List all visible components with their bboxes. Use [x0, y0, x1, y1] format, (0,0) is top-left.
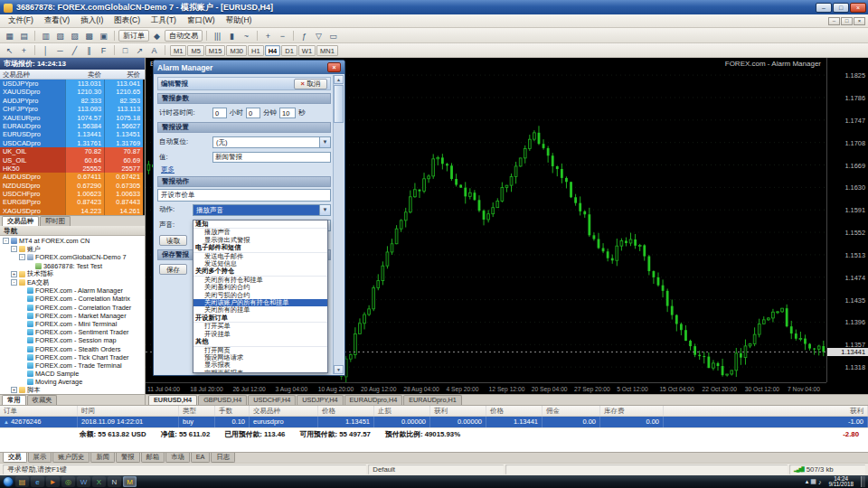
timeframe-MN1[interactable]: MN1 [316, 45, 338, 56]
tree-item[interactable]: Moving Average [0, 378, 145, 386]
maximize-icon[interactable]: □ [833, 3, 849, 13]
price-scale[interactable]: 1.18251.17861.17471.17081.16691.16301.15… [826, 58, 868, 382]
save-button[interactable]: 保存 [159, 264, 187, 275]
tree-item[interactable]: FOREX.com - Correlation Matrix [0, 295, 145, 303]
templates-icon[interactable]: ▭ [326, 30, 340, 42]
tree-item[interactable]: -MT4 at FOREX.com CN [0, 237, 145, 245]
taskbar-media-player-icon[interactable]: ► [46, 476, 60, 487]
dropdown-option[interactable]: 关闭该账户的所有持仓和挂单 [193, 299, 327, 306]
menu-item-查看(V)[interactable]: 查看(V) [39, 14, 75, 27]
text-label-icon[interactable]: A [147, 44, 161, 56]
fibonacci-icon[interactable]: F [97, 44, 110, 56]
mdi-close-icon[interactable]: × [854, 17, 865, 25]
order-row[interactable]: ▲426762462018.11.09 14:22:01buy0.10eurus… [0, 417, 868, 427]
tree-item[interactable]: FOREX.com - Trade Terminal [0, 361, 145, 370]
chart-area[interactable]: EURUSD,H4 1.13461 1.13510 1.13441 1.1344… [146, 58, 868, 394]
taskbar-notepad-icon[interactable]: N [108, 476, 121, 487]
tree-expander-icon[interactable]: - [11, 246, 17, 252]
market-watch-row[interactable]: EURGBPpro0.874230.87443 [0, 198, 145, 206]
tree-expander-icon[interactable]: + [11, 271, 17, 277]
taskbar-ie-icon[interactable]: e [31, 476, 44, 487]
dropdown-option[interactable]: 打开网页 [193, 347, 327, 354]
status-profile[interactable]: Default [368, 465, 504, 474]
tree-item[interactable]: MACD Sample [0, 370, 145, 378]
terminal-tab-交易[interactable]: 交易 [3, 453, 27, 463]
tree-item[interactable]: FOREX.com - Session map [0, 336, 145, 344]
menu-item-插入(I)[interactable]: 插入(I) [75, 14, 108, 27]
new-chart-icon[interactable]: ▦ [3, 30, 16, 42]
terminal-icon[interactable]: ▩ [82, 30, 96, 42]
market-watch-row[interactable]: EURAUDpro1.563841.56627 [0, 122, 145, 130]
scrollbar-track[interactable] [334, 84, 344, 365]
timeframe-M5[interactable]: M5 [187, 45, 203, 56]
trendline-icon[interactable]: ╱ [68, 44, 81, 56]
start-button[interactable] [3, 476, 14, 487]
terminal-tab-账户历史[interactable]: 账户历史 [52, 453, 90, 463]
market-watch-row[interactable]: XAUEURpro1074.571075.18 [0, 114, 145, 122]
dropdown-option[interactable]: 显示报表 [193, 361, 327, 369]
chevron-down-icon[interactable]: ▼ [319, 205, 330, 215]
taskbar-clock[interactable]: 14:24 9/11/2018 [825, 476, 857, 488]
scroll-up-icon[interactable]: ▲ [334, 75, 344, 84]
timeframe-M1[interactable]: M1 [170, 45, 186, 56]
line-chart-icon[interactable]: ~ [240, 30, 253, 42]
timeframe-D1[interactable]: D1 [281, 45, 297, 56]
taskbar-chrome-icon[interactable]: ◎ [61, 476, 75, 487]
tray-network-icon[interactable]: ▦ [810, 478, 816, 485]
cancel-button[interactable]: × 取消 [294, 79, 327, 89]
new-order-button[interactable]: 新订单 [118, 30, 149, 42]
tree-item[interactable]: 36867878: Test Test [0, 262, 145, 270]
crosshair-icon[interactable]: + [17, 44, 31, 56]
market-watch-row[interactable]: AUDJPYpro82.33382.353 [0, 97, 145, 105]
market-watch-row[interactable]: NZDUSDpro0.672900.67305 [0, 182, 145, 190]
minimize-icon[interactable]: – [816, 3, 832, 13]
action-list-item[interactable]: 开设市价单 [157, 189, 331, 202]
candlestick-chart-icon[interactable]: ▮ [225, 30, 239, 42]
market-watch-row[interactable]: XAUUSDpro1210.301210.65 [0, 88, 145, 96]
tree-item[interactable]: FOREX.com - Mini Terminal [0, 320, 145, 328]
dialog-close-icon[interactable]: × [327, 62, 341, 72]
tree-item[interactable]: -FOREX.comGlobalCN-Demo 7 [0, 253, 145, 261]
dropdown-option[interactable]: 关闭盈利的合约 [193, 284, 327, 291]
taskbar-explorer-icon[interactable]: ▤ [15, 476, 29, 487]
dropdown-option[interactable]: 定期更新报表 [193, 370, 327, 373]
arrows-icon[interactable]: ↗ [133, 44, 146, 56]
dropdown-option[interactable]: 预设网络请求 [193, 354, 327, 361]
dropdown-option[interactable]: 播放声音 [193, 229, 327, 236]
read-button[interactable]: 读取 [159, 235, 187, 246]
timeframe-H1[interactable]: H1 [248, 45, 264, 56]
tree-item[interactable]: FOREX.com - Stealth Orders [0, 344, 145, 352]
tray-expand-icon[interactable]: ▴ [806, 478, 809, 485]
channel-icon[interactable]: ∥ [82, 44, 96, 56]
terminal-tab-市场[interactable]: 市场 [165, 453, 190, 463]
menu-item-文件(F)[interactable]: 文件(F) [3, 14, 39, 27]
chart-tab-USDJPY,H4[interactable]: USDJPY,H4 [297, 395, 343, 405]
scroll-down-icon[interactable]: ▼ [334, 365, 344, 374]
terminal-tab-邮箱[interactable]: 邮箱 [141, 453, 165, 463]
auto-reset-select[interactable]: (无) ▼ [212, 136, 331, 148]
show-desktop-button[interactable] [861, 476, 865, 487]
chart-tab-EURUSD,H4[interactable]: EURUSD,H4 [148, 395, 197, 405]
timer-hours-input[interactable] [212, 108, 227, 118]
tree-expander-icon[interactable]: - [11, 279, 17, 286]
tree-item[interactable]: FOREX.com - Sentiment Trader [0, 328, 145, 336]
timeframe-M30[interactable]: M30 [226, 45, 247, 56]
taskbar-mt4-icon[interactable]: M [123, 476, 137, 487]
market-watch-row[interactable]: XAGUSDpro14.22314.261 [0, 207, 145, 215]
mdi-restore-icon[interactable]: □ [841, 17, 853, 25]
time-axis[interactable]: 11 Jul 04:0018 Jul 20:0026 Jul 12:003 Au… [146, 382, 826, 394]
dropdown-option[interactable]: 其他 [193, 338, 327, 346]
market-watch-row[interactable]: HK502555225577 [0, 164, 145, 173]
tree-item[interactable]: FOREX.com - Tick Chart Trader [0, 353, 145, 361]
market-watch-row[interactable]: US_OIL60.6460.69 [0, 156, 145, 164]
shapes-icon[interactable]: □ [118, 44, 132, 56]
mdi-minimize-icon[interactable]: – [828, 17, 840, 25]
terminal-tab-EA[interactable]: EA [191, 453, 211, 463]
zoom-in-icon[interactable]: + [261, 30, 275, 42]
market-watch-row[interactable]: AUDUSDpro0.674110.67421 [0, 173, 145, 181]
indicators-icon[interactable]: ƒ [297, 30, 311, 42]
autotrading-button[interactable]: 自动交易 [165, 30, 203, 42]
market-watch-row[interactable]: USDCHFpro1.006231.00633 [0, 190, 145, 198]
market-watch-row[interactable]: EURUSDpro1.134411.13451 [0, 130, 145, 138]
terminal-tab-展示[interactable]: 展示 [28, 453, 52, 463]
